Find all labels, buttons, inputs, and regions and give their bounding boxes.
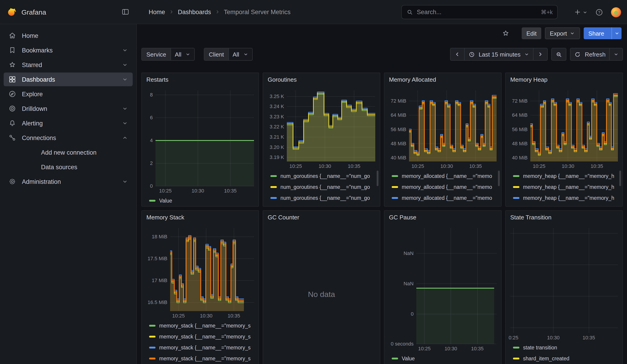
dashboard-actions: Edit Export Share — [137, 24, 627, 42]
time-forward-button[interactable] — [533, 48, 548, 61]
legend-scrollbar[interactable] — [498, 171, 500, 186]
chevron-down-icon[interactable] — [122, 120, 128, 126]
sidebar-item-alerting[interactable]: Alerting — [4, 116, 133, 130]
chevron-down-icon[interactable] — [122, 47, 128, 53]
sidebar-item-label: Alerting — [22, 120, 122, 127]
legend-item[interactable]: shard_item_created — [513, 353, 618, 364]
legend-item[interactable]: Value — [392, 353, 497, 364]
chart[interactable]: 3.19 K3.20 K3.21 K3.22 K3.23 K3.24 K3.25… — [263, 87, 380, 170]
legend-item[interactable]: memory_stack {__name__="memory_s — [149, 320, 254, 331]
chart-area[interactable]: 40 MiB48 MiB56 MiB64 MiB72 MiB10:2510:30… — [506, 87, 623, 170]
sidebar-item-explore[interactable]: Explore — [4, 87, 133, 101]
chart[interactable]: NaNNaN00 seconds10:2510:3010:35 — [384, 224, 501, 352]
clock-icon — [468, 51, 475, 58]
legend-item[interactable]: memory_allocated {__name__="memo — [392, 182, 497, 193]
legend-item[interactable]: memory_heap {__name__="memory_h — [513, 171, 618, 182]
export-button[interactable]: Export — [545, 27, 580, 39]
legend-item[interactable]: memory_allocated {__name__="memo — [392, 193, 497, 204]
dock-menu-toggle-icon[interactable] — [119, 6, 131, 18]
sidebar-item-bookmarks[interactable]: Bookmarks — [4, 43, 133, 57]
chart[interactable]: 40 MiB48 MiB56 MiB64 MiB72 MiB10:2510:30… — [384, 87, 501, 170]
sidebar-item-drilldown[interactable]: Drilldown — [4, 102, 133, 115]
panel-title[interactable]: Memory Stack — [142, 211, 259, 224]
legend-item[interactable]: memory_heap {__name__="memory_h — [513, 204, 618, 206]
panel-title[interactable]: GC Counter — [263, 211, 380, 224]
legend-item[interactable]: Value — [149, 195, 254, 206]
chart-area[interactable]: 16.5 MiB17 MiB17.5 MiB18 MiB10:2510:3010… — [142, 224, 259, 319]
legend-item[interactable]: num_goroutines {__name__="num_go — [270, 171, 375, 182]
sidebar-item-connections[interactable]: Connections — [4, 131, 133, 145]
legend-item[interactable]: state transition — [513, 342, 618, 353]
chart[interactable]: 16.5 MiB17 MiB17.5 MiB18 MiB10:2510:3010… — [142, 224, 259, 319]
legend-item[interactable]: memory_stack {__name__="memory_s — [149, 353, 254, 364]
panel-title[interactable]: Goroutines — [263, 73, 380, 87]
chart-area[interactable]: 3.19 K3.20 K3.21 K3.22 K3.23 K3.24 K3.25… — [263, 87, 380, 170]
time-range-button[interactable]: Last 15 minutes — [464, 48, 534, 61]
grafana-logo-icon[interactable] — [7, 7, 17, 17]
chart[interactable]: 40 MiB48 MiB56 MiB64 MiB72 MiB10:2510:30… — [506, 87, 623, 170]
panel-title[interactable]: Memory Heap — [506, 73, 623, 87]
panel-title[interactable]: Memory Allocated — [384, 73, 501, 87]
legend-item[interactable]: num_goroutines {__name__="num_go — [270, 193, 375, 204]
breadcrumb-item-home[interactable]: Home — [149, 8, 165, 15]
svg-text:17 MiB: 17 MiB — [152, 278, 167, 283]
legend-swatch — [392, 175, 398, 177]
share-options-caret[interactable] — [612, 27, 622, 39]
sidebar-item-label: Home — [22, 32, 128, 39]
panel-title[interactable]: GC Pause — [384, 211, 501, 224]
chevron-up-icon[interactable] — [122, 135, 128, 141]
refresh-button[interactable]: Refresh — [570, 48, 610, 61]
legend: num_goroutines {__name__="num_go num_gor… — [263, 170, 380, 206]
svg-text:10:30: 10:30 — [562, 163, 574, 169]
sidebar-item-administration[interactable]: Administration — [4, 175, 133, 188]
chart-area[interactable]: 40 MiB48 MiB56 MiB64 MiB72 MiB10:2510:30… — [384, 87, 501, 170]
search-input[interactable]: Search... ⌘+k — [401, 5, 558, 19]
sidebar-item-data-sources[interactable]: Data sources — [4, 160, 133, 174]
refresh-interval-caret[interactable] — [609, 48, 623, 61]
legend-item[interactable]: num_goroutines {__name__="num_go — [270, 182, 375, 193]
sidebar-item-add-new-connection[interactable]: Add new connection — [4, 146, 133, 159]
template-variables: ServiceAllClientAll — [141, 48, 261, 61]
favorite-star-icon[interactable] — [500, 27, 512, 39]
share-button[interactable]: Share — [584, 27, 622, 39]
legend-item[interactable]: memory_stack {__name__="memory_s — [149, 331, 254, 342]
sidebar-item-dashboards[interactable]: Dashboards — [4, 73, 133, 86]
time-back-button[interactable] — [450, 48, 465, 61]
zoom-out-icon[interactable] — [552, 48, 567, 61]
chart-area[interactable]: 0246810:2510:3010:35 — [142, 87, 259, 194]
legend-item[interactable]: memory_allocated {__name__="memo — [392, 171, 497, 182]
svg-text:NaN: NaN — [404, 250, 414, 256]
breadcrumb-item-dashboards[interactable]: Dashboards — [178, 8, 211, 15]
edit-button[interactable]: Edit — [522, 27, 541, 39]
chevron-down-icon[interactable] — [122, 62, 128, 68]
filter-value-dropdown[interactable]: All — [228, 48, 252, 61]
chevron-down-icon — [570, 31, 575, 36]
user-avatar[interactable] — [611, 7, 622, 18]
sidebar-item-home[interactable]: Home — [4, 29, 133, 42]
legend-scrollbar[interactable] — [377, 171, 378, 186]
svg-text:3.25 K: 3.25 K — [269, 94, 284, 99]
help-icon[interactable]: ? — [593, 6, 605, 18]
panel-title[interactable]: Restarts — [142, 73, 259, 87]
panel-gc-counter: GC Counter No data — [263, 210, 380, 364]
chevron-down-icon[interactable] — [122, 76, 128, 83]
chevron-down-icon[interactable] — [122, 105, 128, 112]
chevron-down-icon[interactable] — [122, 178, 128, 185]
legend-item[interactable]: memory_allocated {__name__="memo — [392, 204, 497, 206]
svg-text:10:25: 10:25 — [289, 163, 302, 169]
legend-scrollbar[interactable] — [619, 171, 621, 186]
panel-title[interactable]: State Transition — [506, 211, 623, 224]
chart-area[interactable]: NaNNaN00 seconds10:2510:3010:35 — [384, 224, 501, 352]
svg-text:18 MiB: 18 MiB — [152, 234, 167, 239]
chart[interactable]: 0246810:2510:3010:35 — [142, 87, 259, 194]
chart[interactable]: 0:2510:3010:35 — [506, 224, 623, 341]
add-new-button[interactable] — [574, 8, 588, 16]
sidebar-item-starred[interactable]: Starred — [4, 58, 133, 72]
chart-area[interactable]: 0:2510:3010:35 — [506, 224, 623, 341]
svg-text:40 MiB: 40 MiB — [512, 155, 527, 160]
legend-item[interactable]: num_goroutines {__name__="num_go — [270, 204, 375, 206]
filter-value-dropdown[interactable]: All — [171, 48, 195, 61]
legend-item[interactable]: memory_heap {__name__="memory_h — [513, 193, 618, 204]
legend-item[interactable]: memory_heap {__name__="memory_h — [513, 182, 618, 193]
legend-item[interactable]: memory_stack {__name__="memory_s — [149, 342, 254, 353]
